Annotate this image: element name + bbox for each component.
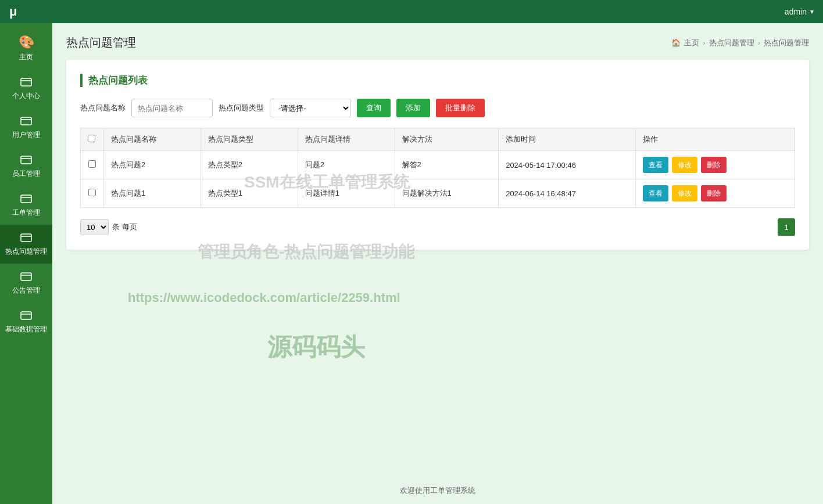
user-menu[interactable]: admin bbox=[785, 7, 814, 16]
pagination-bar: 10 20 50 条 每页 1 bbox=[80, 218, 795, 236]
select-all-checkbox[interactable] bbox=[88, 135, 95, 142]
order-mgmt-icon bbox=[20, 193, 33, 206]
sidebar-label-basic-data: 基础数据管理 bbox=[5, 325, 47, 334]
sidebar-label-notice-mgmt: 公告管理 bbox=[12, 286, 40, 296]
main-card: 热点问题列表 热点问题名称 热点问题类型 -请选择- 热点类型1 热点类型2 查… bbox=[66, 60, 809, 250]
header-checkbox-cell bbox=[81, 128, 104, 151]
table-header-row: 热点问题名称 热点问题类型 热点问题详情 解决方法 添加时间 操作 bbox=[81, 128, 795, 151]
sidebar-item-user-mgmt[interactable]: 用户管理 bbox=[0, 108, 52, 147]
breadcrumb-home-label: 主页 bbox=[684, 38, 699, 48]
sidebar-item-order-mgmt[interactable]: 工单管理 bbox=[0, 186, 52, 225]
card-title: 热点问题列表 bbox=[80, 74, 795, 87]
row-name-0: 热点问题2 bbox=[104, 151, 201, 179]
svg-rect-6 bbox=[21, 195, 31, 203]
breadcrumb-item1: 热点问题管理 bbox=[709, 38, 754, 48]
svg-rect-10 bbox=[21, 273, 31, 280]
username: admin bbox=[785, 7, 807, 16]
row-time-0: 2024-05-14 17:00:46 bbox=[499, 151, 636, 179]
per-page-label: 条 每页 bbox=[112, 222, 137, 232]
table-row: 热点问题1 热点类型1 问题详情1 问题解决方法1 2024-06-14 16:… bbox=[81, 179, 795, 208]
main-content: 热点问题管理 🏠 主页 › 热点问题管理 › 热点问题管理 热点问题列表 热点问… bbox=[52, 23, 823, 477]
row-detail-1: 问题详情1 bbox=[298, 179, 395, 208]
topbar: μ admin bbox=[0, 0, 823, 23]
search-button[interactable]: 查询 bbox=[357, 99, 391, 117]
header-type: 热点问题类型 bbox=[201, 128, 298, 151]
row-detail-0: 问题2 bbox=[298, 151, 395, 179]
header-solution: 解决方法 bbox=[395, 128, 499, 151]
user-mgmt-icon bbox=[20, 115, 33, 128]
sidebar-label-hotspot-mgmt: 热点问题管理 bbox=[5, 247, 47, 257]
staff-mgmt-icon bbox=[20, 154, 33, 167]
row-checkbox-1[interactable] bbox=[88, 189, 96, 196]
row-checkbox-0[interactable] bbox=[88, 160, 96, 168]
header-time: 添加时间 bbox=[499, 128, 636, 151]
breadcrumb-sep1: › bbox=[703, 38, 705, 47]
view-button-1[interactable]: 查看 bbox=[643, 185, 668, 201]
svg-rect-4 bbox=[21, 156, 31, 164]
sidebar-label-home: 主页 bbox=[19, 52, 33, 62]
add-button[interactable]: 添加 bbox=[396, 99, 430, 117]
delete-button-0[interactable]: 删除 bbox=[701, 157, 727, 173]
basic-data-icon bbox=[20, 309, 33, 322]
name-filter-input[interactable] bbox=[131, 99, 213, 117]
page-1-button[interactable]: 1 bbox=[778, 218, 795, 236]
breadcrumb: 🏠 主页 › 热点问题管理 › 热点问题管理 bbox=[671, 38, 809, 48]
row-checkbox-cell-1 bbox=[81, 179, 104, 208]
page-title: 热点问题管理 bbox=[66, 35, 136, 51]
footer-text: 欢迎使用工单管理系统 bbox=[400, 486, 475, 495]
type-filter-select[interactable]: -请选择- 热点类型1 热点类型2 bbox=[270, 99, 351, 117]
svg-rect-8 bbox=[21, 234, 31, 242]
name-filter-label: 热点问题名称 bbox=[80, 103, 126, 113]
sidebar-label-user-mgmt: 用户管理 bbox=[12, 130, 40, 140]
batch-delete-button[interactable]: 批量删除 bbox=[436, 99, 485, 117]
row-action-1: 查看 修改 删除 bbox=[636, 179, 795, 208]
sidebar-item-hotspot-mgmt[interactable]: 热点问题管理 bbox=[0, 225, 52, 264]
home-icon: 🎨 bbox=[19, 35, 34, 50]
row-type-0: 热点类型2 bbox=[201, 151, 298, 179]
sidebar-label-order-mgmt: 工单管理 bbox=[12, 208, 40, 218]
sidebar-label-personal: 个人中心 bbox=[12, 91, 40, 101]
breadcrumb-home-icon: 🏠 bbox=[671, 38, 681, 47]
page-header: 热点问题管理 🏠 主页 › 热点问题管理 › 热点问题管理 bbox=[66, 35, 809, 51]
sidebar-item-personal[interactable]: 个人中心 bbox=[0, 69, 52, 108]
header-name: 热点问题名称 bbox=[104, 128, 201, 151]
row-type-1: 热点类型1 bbox=[201, 179, 298, 208]
svg-rect-12 bbox=[21, 312, 31, 319]
per-page-select[interactable]: 10 20 50 bbox=[80, 219, 109, 235]
edit-button-1[interactable]: 修改 bbox=[672, 185, 697, 201]
edit-button-0[interactable]: 修改 bbox=[672, 157, 697, 173]
delete-button-1[interactable]: 删除 bbox=[701, 185, 727, 201]
svg-rect-2 bbox=[21, 117, 31, 125]
row-name-1: 热点问题1 bbox=[104, 179, 201, 208]
breadcrumb-item2: 热点问题管理 bbox=[764, 38, 809, 48]
hotspot-mgmt-icon bbox=[20, 232, 33, 244]
notice-mgmt-icon bbox=[20, 271, 33, 283]
row-action-0: 查看 修改 删除 bbox=[636, 151, 795, 179]
table-row: 热点问题2 热点类型2 问题2 解答2 2024-05-14 17:00:46 … bbox=[81, 151, 795, 179]
type-filter-label: 热点问题类型 bbox=[219, 103, 264, 113]
sidebar-item-home[interactable]: 🎨 主页 bbox=[0, 28, 52, 69]
sidebar-label-staff-mgmt: 员工管理 bbox=[12, 169, 40, 179]
sidebar: 🎨 主页 个人中心 用户管理 员工管理 工单管理 bbox=[0, 23, 52, 504]
row-solution-1: 问题解决方法1 bbox=[395, 179, 499, 208]
svg-rect-0 bbox=[21, 78, 31, 86]
row-checkbox-cell-0 bbox=[81, 151, 104, 179]
data-table: 热点问题名称 热点问题类型 热点问题详情 解决方法 添加时间 操作 热点问题2 … bbox=[80, 128, 795, 208]
sidebar-item-basic-data[interactable]: 基础数据管理 bbox=[0, 303, 52, 341]
sidebar-item-staff-mgmt[interactable]: 员工管理 bbox=[0, 147, 52, 186]
filter-bar: 热点问题名称 热点问题类型 -请选择- 热点类型1 热点类型2 查询 添加 批量… bbox=[80, 99, 795, 117]
sidebar-item-notice-mgmt[interactable]: 公告管理 bbox=[0, 264, 52, 303]
row-solution-0: 解答2 bbox=[395, 151, 499, 179]
breadcrumb-sep2: › bbox=[758, 38, 760, 47]
header-action: 操作 bbox=[636, 128, 795, 151]
header-detail: 热点问题详情 bbox=[298, 128, 395, 151]
row-time-1: 2024-06-14 16:48:47 bbox=[499, 179, 636, 208]
view-button-0[interactable]: 查看 bbox=[643, 157, 668, 173]
logo: μ bbox=[9, 4, 17, 19]
personal-icon bbox=[20, 76, 33, 89]
footer: 欢迎使用工单管理系统 bbox=[52, 477, 823, 504]
